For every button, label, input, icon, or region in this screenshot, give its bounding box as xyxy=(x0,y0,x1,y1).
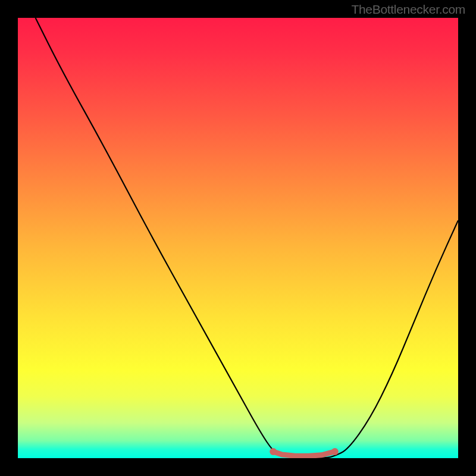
bottleneck-curve xyxy=(36,18,458,458)
optimal-range-marker xyxy=(270,448,339,456)
chart-svg xyxy=(18,18,458,458)
optimal-marker-line xyxy=(273,452,335,456)
plot-area xyxy=(18,18,458,458)
optimal-marker-dot xyxy=(331,448,339,455)
optimal-marker-dot xyxy=(270,448,277,455)
attribution-text: TheBottlenecker.com xyxy=(351,2,465,17)
